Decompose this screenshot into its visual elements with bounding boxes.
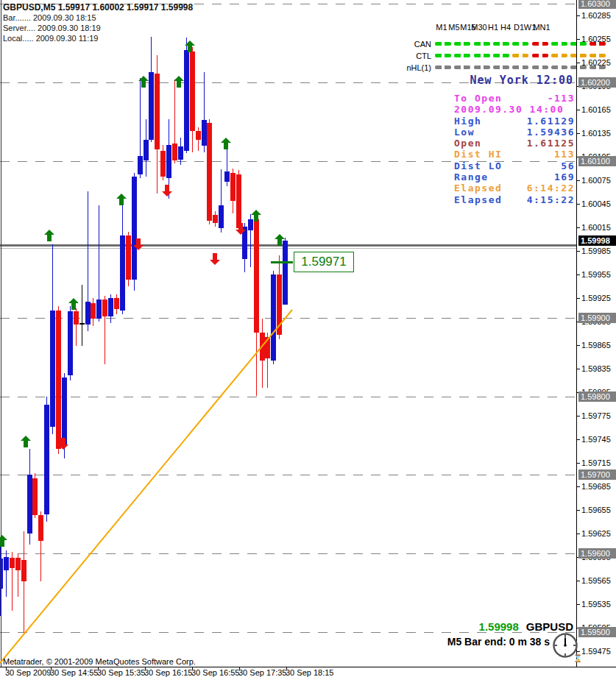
signal-dash bbox=[493, 42, 509, 46]
session-open-line bbox=[0, 244, 576, 247]
price-tick-mark bbox=[577, 133, 580, 134]
info-row-value: 6:14:22 bbox=[527, 182, 575, 194]
signal-dash bbox=[474, 65, 490, 69]
timeframe-label: H1 bbox=[488, 23, 498, 32]
signal-dash bbox=[532, 42, 548, 46]
current-price-badge: 1.59998 bbox=[578, 235, 616, 246]
price-tick-mark bbox=[577, 439, 580, 440]
signal-dash bbox=[551, 42, 567, 46]
candle-bullish bbox=[202, 120, 207, 146]
bar-time-readout: Bar....... 2009.09.30 18:15 bbox=[3, 13, 193, 23]
time-axis-line bbox=[0, 667, 616, 667]
info-row: To Open-113 bbox=[454, 93, 575, 104]
time-tick-label: 30 Sep 16:55 bbox=[191, 668, 239, 677]
candle-bearish bbox=[190, 52, 195, 131]
price-tick-mark bbox=[577, 63, 580, 63]
signal-dash bbox=[435, 42, 451, 46]
candle-bearish bbox=[38, 515, 43, 541]
signal-dash bbox=[454, 65, 470, 69]
candle-bullish bbox=[50, 311, 55, 427]
price-tick-label: 1.59835 bbox=[581, 364, 611, 373]
candle-bullish bbox=[248, 219, 253, 230]
price-tick-mark bbox=[577, 486, 580, 487]
signal-dash bbox=[435, 54, 451, 57]
candle-bearish bbox=[260, 333, 265, 361]
copyright-text: Metatrader, © 2001-2009 MetaQuotes Softw… bbox=[3, 657, 196, 666]
price-tick-label: 1.59775 bbox=[581, 411, 611, 420]
price-level-line bbox=[0, 475, 576, 475]
info-row-label: Low bbox=[454, 127, 475, 138]
candle-bullish bbox=[283, 241, 288, 305]
candle-bearish bbox=[265, 337, 270, 358]
price-tick-mark bbox=[577, 110, 580, 110]
candle-bullish bbox=[242, 227, 247, 259]
signal-dash bbox=[454, 54, 470, 57]
candle-bearish bbox=[155, 74, 160, 149]
info-row-value: 56 bbox=[561, 160, 575, 171]
price-tick-label: 1.59865 bbox=[581, 341, 611, 350]
price-level-badge: 1.59800 bbox=[578, 391, 616, 402]
time-tick-label: 30 Sep 2009 bbox=[5, 668, 51, 677]
candle-bearish bbox=[196, 131, 201, 140]
price-tick-label: 1.60225 bbox=[581, 58, 611, 67]
candle-bearish bbox=[32, 478, 38, 515]
price-tick-mark bbox=[577, 604, 580, 605]
time-tick-label: 30 Sep 16:15 bbox=[144, 668, 192, 677]
price-tick-mark bbox=[577, 298, 580, 299]
candle-wick bbox=[82, 285, 82, 346]
candle-bullish bbox=[4, 557, 9, 570]
signal-dash bbox=[435, 65, 451, 69]
price-tick-label: 1.59625 bbox=[581, 529, 611, 538]
info-row-value: 4:15:22 bbox=[527, 194, 575, 205]
candle-bullish bbox=[27, 475, 32, 534]
price-level-line bbox=[0, 397, 576, 397]
info-row-value: 169 bbox=[554, 171, 575, 182]
candle-bullish bbox=[62, 378, 67, 444]
candle-bullish bbox=[44, 405, 49, 514]
candle-bullish bbox=[132, 177, 137, 280]
price-tick-label: 1.59985 bbox=[581, 247, 611, 255]
candle-bearish bbox=[15, 558, 21, 570]
hourglass-icon: ⌛ bbox=[573, 653, 581, 662]
signal-dash bbox=[493, 54, 509, 57]
timeframe-label: H4 bbox=[500, 23, 511, 32]
price-tick-label: 1.60015 bbox=[581, 223, 611, 232]
time-tick-label: 30 Sep 17:35 bbox=[238, 668, 286, 677]
price-level-badge: 1.60300 bbox=[578, 0, 616, 9]
price-tick-label: 1.59685 bbox=[581, 482, 611, 491]
signal-dash bbox=[474, 42, 490, 46]
candle-bearish bbox=[102, 299, 107, 316]
candle-bearish bbox=[126, 235, 131, 280]
time-tick-label: 30 Sep 15:35 bbox=[97, 668, 145, 677]
info-row-value: 113 bbox=[554, 149, 575, 160]
candle-wick bbox=[24, 531, 24, 633]
mt4-chart-window: GBPUSD,M5 1.59917 1.60002 1.59917 1.5999… bbox=[0, 0, 616, 677]
signal-dash bbox=[551, 65, 567, 69]
price-level-badge: 1.59600 bbox=[578, 548, 616, 559]
candle-bullish bbox=[120, 235, 125, 311]
candle-bearish bbox=[236, 174, 241, 228]
signal-dash bbox=[590, 54, 606, 57]
timeframe-label: MN1 bbox=[533, 23, 550, 32]
info-row-value: 1.61129 bbox=[527, 116, 575, 127]
price-tick-mark bbox=[577, 274, 580, 275]
price-tick-label: 1.60165 bbox=[581, 105, 611, 114]
info-row-label: 2009.09.30 14:00 bbox=[454, 104, 564, 115]
price-tick-mark bbox=[577, 227, 580, 228]
candle-bullish bbox=[96, 299, 102, 319]
candle-bullish bbox=[144, 140, 149, 160]
price-tick-label: 1.59715 bbox=[581, 458, 611, 467]
price-level-badge: 1.59500 bbox=[578, 627, 616, 637]
info-row: High1.61129 bbox=[454, 116, 575, 127]
signal-dash bbox=[512, 54, 528, 57]
signal-dash bbox=[454, 42, 470, 46]
signal-dash bbox=[570, 54, 587, 57]
info-row: Elapsed6:14:22 bbox=[454, 182, 575, 194]
candle-bullish bbox=[184, 50, 189, 151]
session-open-line-shadow bbox=[0, 248, 576, 249]
price-tick-mark bbox=[577, 180, 580, 181]
info-row-label: Dist HI bbox=[454, 149, 502, 160]
local-time-readout: Local..... 2009.09.30 11:19 bbox=[3, 33, 193, 43]
candle-bullish bbox=[149, 72, 154, 140]
signal-dash bbox=[474, 54, 490, 57]
